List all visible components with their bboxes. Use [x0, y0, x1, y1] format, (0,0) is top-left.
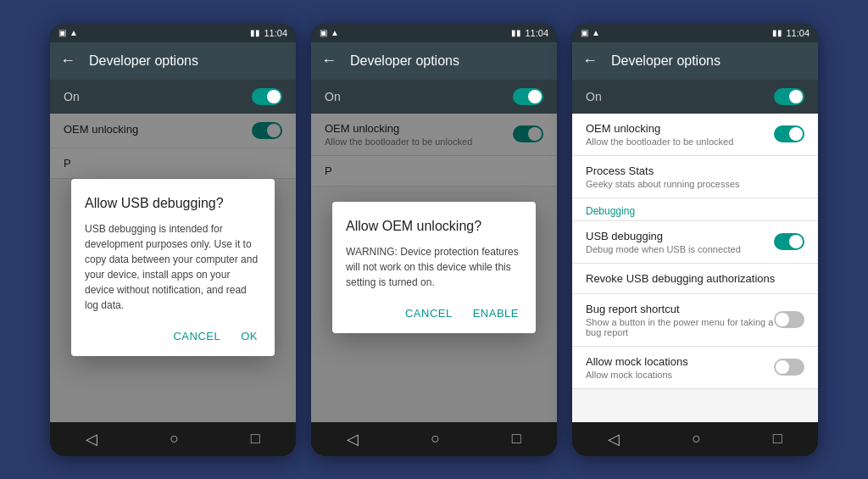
signal-icon-3: ▲ [592, 28, 600, 37]
toggle-knob-1 [267, 90, 281, 103]
bottom-nav-1: ◁ ○ □ [50, 422, 296, 456]
status-bar-2: ▣ ▲ ▮▮ 11:04 [311, 24, 557, 42]
on-row-2: On [311, 80, 557, 114]
bug-report-title: Bug report shortcut [586, 303, 774, 315]
phone-3: ▣ ▲ ▮▮ 11:04 ← Developer options On OEM … [572, 24, 818, 456]
recent-nav-1[interactable]: □ [251, 430, 260, 448]
recent-nav-2[interactable]: □ [512, 430, 521, 448]
status-time-1: 11:04 [264, 28, 287, 38]
dialog-body-2: WARNING: Device protection features will… [346, 244, 522, 290]
developer-toggle-1[interactable] [252, 88, 282, 105]
status-bar-1: ▣ ▲ ▮▮ 11:04 [50, 24, 296, 42]
signal-icon: ▲ [70, 28, 78, 37]
signal-icon-2: ▲ [331, 28, 339, 37]
enable-button-2[interactable]: ENABLE [470, 304, 522, 323]
page-title-1: Developer options [89, 53, 198, 69]
usb-debug-title: USB debugging [586, 230, 774, 242]
bug-report-sub: Show a button in the power menu for taki… [586, 317, 774, 337]
status-time-2: 11:04 [525, 28, 548, 38]
dialog-actions-2: CANCEL ENABLE [346, 304, 522, 323]
page-title-2: Developer options [350, 53, 459, 69]
revoke-usb-title: Revoke USB debugging authorizations [586, 272, 804, 285]
content-1: OEM unlocking P Allow USB debugging? USB… [50, 114, 296, 422]
bug-report-item[interactable]: Bug report shortcut Show a button in the… [572, 294, 818, 347]
oem-unlock-dialog: Allow OEM unlocking? WARNING: Device pro… [332, 202, 536, 333]
process-stats-item[interactable]: Process Stats Geeky stats about running … [572, 156, 818, 198]
oem-unlocking-item-3[interactable]: OEM unlocking Allow the bootloader to be… [572, 114, 818, 156]
battery-icon-3: ▮▮ [772, 28, 782, 37]
back-nav-2[interactable]: ◁ [347, 430, 359, 448]
revoke-usb-item[interactable]: Revoke USB debugging authorizations [572, 264, 818, 294]
top-bar-3: ← Developer options [572, 42, 818, 80]
cancel-button-2[interactable]: CANCEL [402, 304, 456, 323]
back-nav-3[interactable]: ◁ [608, 430, 620, 448]
mock-locations-sub: Allow mock locations [586, 370, 774, 380]
page-title-3: Developer options [611, 53, 721, 69]
on-label-1: On [64, 90, 80, 103]
battery-icon: ▮▮ [250, 28, 260, 37]
status-icons-left: ▣ ▲ [58, 28, 78, 37]
home-nav-2[interactable]: ○ [431, 430, 440, 448]
back-button-2[interactable]: ← [321, 52, 337, 70]
oem-title-3: OEM unlocking [586, 122, 774, 135]
status-bar-3: ▣ ▲ ▮▮ 11:04 [572, 24, 818, 42]
home-nav-1[interactable]: ○ [170, 430, 179, 448]
status-icons-right: ▮▮ 11:04 [250, 28, 287, 38]
cancel-button-1[interactable]: CANCEL [170, 326, 224, 346]
oem-sub-3: Allow the bootloader to be unlocked [586, 136, 774, 147]
phone-2: ▣ ▲ ▮▮ 11:04 ← Developer options On OEM … [311, 24, 557, 456]
usb-debug-toggle[interactable] [774, 233, 804, 250]
dialog-title-2: Allow OEM unlocking? [346, 219, 522, 234]
back-nav-1[interactable]: ◁ [86, 430, 97, 448]
developer-toggle-2[interactable] [513, 88, 543, 105]
dialog-actions-1: CANCEL OK [85, 326, 261, 346]
status-time-3: 11:04 [786, 28, 810, 38]
content-3: OEM unlocking Allow the bootloader to be… [572, 114, 818, 422]
on-row-1: On [50, 80, 296, 114]
usb-debug-item[interactable]: USB debugging Debug mode when USB is con… [572, 221, 818, 264]
bottom-nav-3: ◁ ○ □ [572, 422, 818, 456]
settings-list-3: OEM unlocking Allow the bootloader to be… [572, 114, 818, 389]
recent-nav-3[interactable]: □ [773, 430, 782, 448]
ok-button-1[interactable]: OK [237, 326, 261, 346]
content-2: OEM unlocking Allow the bootloader to be… [311, 114, 557, 422]
dialog-overlay-2: Allow OEM unlocking? WARNING: Device pro… [311, 114, 557, 422]
developer-toggle-3[interactable] [774, 88, 804, 105]
battery-icon-2: ▮▮ [511, 28, 521, 37]
notification-icon: ▣ [58, 28, 66, 37]
notification-icon-3: ▣ [581, 28, 588, 37]
notification-icon-2: ▣ [320, 28, 327, 37]
bottom-nav-2: ◁ ○ □ [311, 422, 557, 456]
mock-locations-toggle[interactable] [774, 359, 804, 376]
dialog-title-1: Allow USB debugging? [85, 196, 261, 211]
bug-report-toggle[interactable] [774, 311, 804, 328]
dialog-body-1: USB debugging is intended for developmen… [85, 221, 261, 313]
process-stats-title: Process Stats [586, 164, 804, 177]
on-row-3: On [572, 80, 818, 114]
home-nav-3[interactable]: ○ [692, 430, 701, 448]
usb-debug-sub: Debug mode when USB is connected [586, 244, 774, 254]
on-label-2: On [325, 90, 341, 103]
mock-locations-title: Allow mock locations [586, 355, 774, 368]
back-button-1[interactable]: ← [60, 52, 75, 70]
phone-1: ▣ ▲ ▮▮ 11:04 ← Developer options On OEM … [50, 24, 296, 456]
on-label-3: On [586, 90, 602, 103]
process-stats-sub: Geeky stats about running processes [586, 179, 804, 189]
debugging-section-header: Debugging [572, 198, 818, 221]
mock-locations-item[interactable]: Allow mock locations Allow mock location… [572, 347, 818, 389]
oem-toggle-3[interactable] [774, 125, 804, 142]
dialog-overlay-1: Allow USB debugging? USB debugging is in… [50, 114, 296, 422]
top-bar-1: ← Developer options [50, 42, 296, 80]
usb-debug-dialog: Allow USB debugging? USB debugging is in… [71, 179, 275, 356]
top-bar-2: ← Developer options [311, 42, 557, 80]
back-button-3[interactable]: ← [582, 52, 598, 70]
